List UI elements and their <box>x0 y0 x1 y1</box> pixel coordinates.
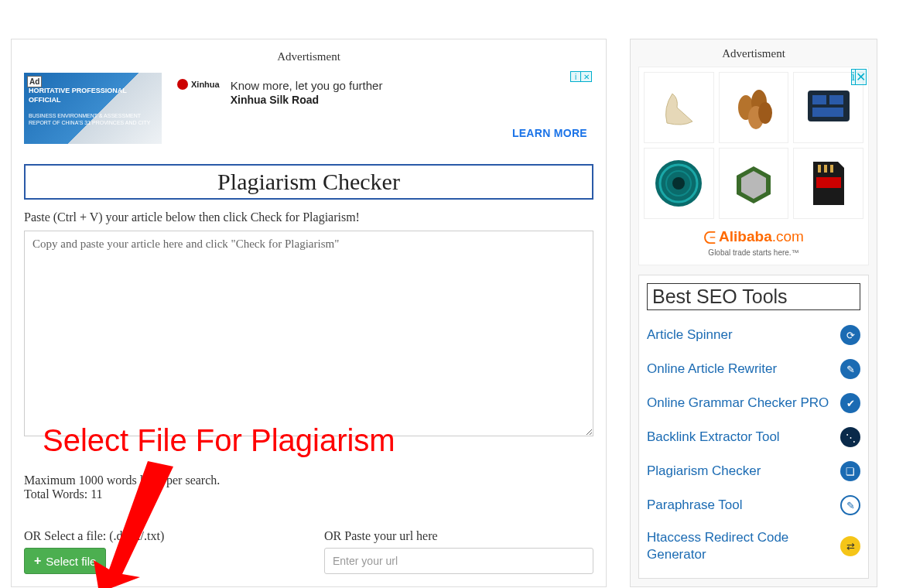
alibaba-tagline: Global trade starts here.™ <box>639 248 868 257</box>
svg-rect-6 <box>812 95 826 104</box>
total-words: Total Words: 11 <box>24 487 593 501</box>
tool-link[interactable]: Paraphrase Tool <box>647 497 743 514</box>
product-thumb-sdcard[interactable] <box>793 148 863 219</box>
ad-thumb-line2: BUSINESS ENVIRONMENT & ASSESSMENT REPORT… <box>29 112 157 126</box>
tool-link[interactable]: Htaccess Redirect Code Generator <box>647 529 833 563</box>
ad-info-icon[interactable]: i <box>570 71 581 82</box>
plagiarism-icon: ❏ <box>840 461 860 481</box>
ad-badge: Ad <box>27 76 42 87</box>
tool-link[interactable]: Plagiarism Checker <box>647 463 761 480</box>
svg-rect-15 <box>818 165 821 173</box>
ad-cta-link[interactable]: LEARN MORE <box>512 127 587 139</box>
url-input[interactable] <box>324 548 593 574</box>
svg-point-12 <box>672 177 685 190</box>
tool-item-plagiarism-checker[interactable]: Plagiarism Checker ❏ <box>647 454 860 488</box>
sidebar-ad-label: Advertisment <box>638 47 869 60</box>
tool-item-htaccess[interactable]: Htaccess Redirect Code Generator ⇄ <box>647 522 860 570</box>
svg-rect-18 <box>816 177 841 188</box>
seo-tools-title: Best SEO Tools <box>647 283 860 310</box>
paraphrase-icon: ✎ <box>840 495 860 515</box>
product-thumb-almonds[interactable] <box>719 72 789 143</box>
tool-item-backlink-extractor[interactable]: Backlink Extractor Tool ⋱ <box>647 420 860 454</box>
article-textarea[interactable] <box>24 231 593 436</box>
ad-thumb-line1: HORITATIVE PROFESSIONAL OFFICIAL <box>29 87 157 104</box>
ad-close-icon[interactable]: ✕ <box>581 71 592 82</box>
alibaba-logo[interactable]: ᕮAlibaba.com Global trade starts here.™ <box>639 224 868 265</box>
tool-item-article-rewriter[interactable]: Online Article Rewriter ✎ <box>647 352 860 386</box>
tool-item-article-spinner[interactable]: Article Spinner ⟳ <box>647 318 860 352</box>
rewriter-icon: ✎ <box>840 359 860 379</box>
ad-headline: Know more, let you go further <box>231 79 383 92</box>
sidebar-ad-close-icon[interactable]: ✕ <box>856 69 867 85</box>
svg-rect-17 <box>830 165 833 173</box>
paste-instruction: Paste (Ctrl + V) your article below then… <box>24 210 593 224</box>
tool-link[interactable]: Online Grammar Checker PRO <box>647 395 829 412</box>
backlink-icon: ⋱ <box>840 427 860 447</box>
seo-tools-panel: Best SEO Tools Article Spinner ⟳ Online … <box>638 275 869 579</box>
ad-banner[interactable]: Ad HORITATIVE PROFESSIONAL OFFICIAL BUSI… <box>24 70 593 158</box>
product-thumb-shoe[interactable] <box>644 72 714 143</box>
product-thumb-cushion[interactable] <box>644 148 714 219</box>
url-label: OR Paste your url here <box>324 529 593 543</box>
page-title: Plagiarism Checker <box>24 164 593 200</box>
tool-link[interactable]: Online Article Rewriter <box>647 361 777 378</box>
plus-icon: + <box>34 554 41 568</box>
svg-point-4 <box>758 102 772 124</box>
main-panel: Advertisment Ad HORITATIVE PROFESSIONAL … <box>11 39 607 587</box>
svg-rect-7 <box>829 95 843 104</box>
product-thumb-cpu[interactable] <box>719 148 789 219</box>
svg-rect-8 <box>812 108 843 117</box>
svg-rect-16 <box>824 165 827 173</box>
tool-link[interactable]: Article Spinner <box>647 326 733 344</box>
sidebar: Advertisment i ✕ <box>630 39 877 587</box>
ad-subline: Xinhua Silk Road <box>231 94 383 106</box>
tool-link[interactable]: Backlink Extractor Tool <box>647 429 780 446</box>
ad-label: Advertisment <box>24 50 593 63</box>
sidebar-ad[interactable]: i ✕ <box>638 67 869 265</box>
ad-thumbnail: Ad HORITATIVE PROFESSIONAL OFFICIAL BUSI… <box>24 73 162 144</box>
redirect-icon: ⇄ <box>840 536 860 556</box>
select-file-label: OR Select a file: (.docx/.txt) <box>24 529 293 543</box>
spinner-icon: ⟳ <box>840 325 860 345</box>
word-limit-text: Maximum 1000 words limit per search. <box>24 473 593 487</box>
grammar-icon: ✔ <box>840 393 860 413</box>
tool-item-grammar-checker[interactable]: Online Grammar Checker PRO ✔ <box>647 386 860 420</box>
tool-item-paraphrase[interactable]: Paraphrase Tool ✎ <box>647 488 860 522</box>
select-file-button[interactable]: + Select file <box>24 548 106 574</box>
ad-logo: Xinhua <box>177 79 220 90</box>
